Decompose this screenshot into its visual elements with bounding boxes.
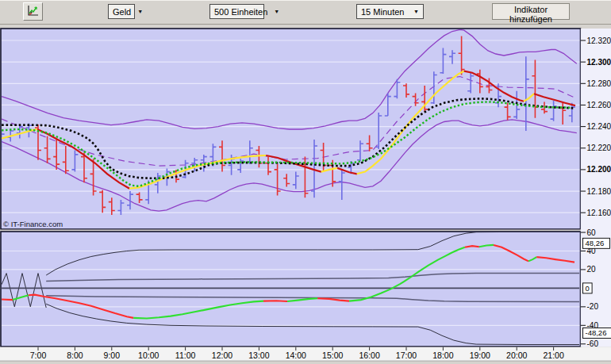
time-axis-label: 17:00 — [396, 351, 417, 360]
timeframe-dropdown[interactable]: 15 Minuten ▼ — [356, 4, 424, 19]
oscillator-red — [2, 300, 13, 301]
time-axis-label: 8:00 — [67, 351, 83, 360]
value-badge-label: 0 — [586, 284, 590, 293]
time-axis-label: 20:00 — [506, 351, 527, 360]
price-axis-label: 12.200 — [587, 165, 611, 174]
chevron-down-icon: ▼ — [267, 9, 279, 14]
price-axis-label: 12.300 — [587, 58, 611, 67]
units-dropdown[interactable]: 500 Einheiten ▼ — [209, 4, 264, 19]
time-axis-label: 9:00 — [104, 351, 121, 360]
bottom-margin — [0, 361, 611, 364]
time-axis-label: 10:00 — [138, 351, 159, 360]
timeframe-value: 15 Minuten — [361, 7, 404, 17]
time-axis-label: 16:00 — [359, 351, 379, 360]
toolbar: Geld ▼ 500 Einheiten ▼ 15 Minuten ▼ Indi… — [0, 0, 611, 25]
time-axis-label: 15:00 — [322, 351, 343, 360]
time-axis-label: 21:00 — [543, 351, 563, 360]
time-axis-label: 19:00 — [470, 351, 490, 360]
value-badge-label: 48,26 — [586, 239, 605, 247]
price-type-value: Geld — [113, 7, 131, 17]
chart-area[interactable]: © IT-Finance.com12.32012.30012.28012.260… — [0, 25, 611, 364]
price-axis-label: 12.260 — [587, 101, 611, 109]
time-axis-label: 14:00 — [286, 351, 306, 360]
time-axis-label: 18:00 — [432, 351, 453, 360]
osc-axis-label: -20 — [587, 302, 599, 311]
price-axis-label: 12.320 — [587, 36, 611, 45]
price-axis-label: 12.160 — [587, 209, 611, 217]
chevron-down-icon: ▼ — [131, 9, 143, 14]
time-axis-label: 12:00 — [212, 351, 232, 360]
time-axis-label: 13:00 — [248, 351, 269, 360]
watermark: © IT-Finance.com — [3, 220, 63, 228]
time-axis-label: 11:00 — [175, 351, 196, 360]
oscillator-red — [263, 301, 287, 301]
osc-axis-label: 60 — [587, 228, 597, 237]
price-axis-label: 12.280 — [587, 79, 611, 88]
price-axis-label: 12.180 — [587, 187, 611, 196]
units-value: 500 Einheiten — [214, 7, 267, 17]
price-axis-label: 12.240 — [587, 122, 611, 131]
value-badge-label: -48,26 — [586, 328, 607, 337]
chart-settings-button[interactable] — [23, 2, 43, 21]
osc-axis-label: 20 — [587, 265, 597, 274]
time-axis-label: 7:00 — [30, 351, 47, 360]
chart-indicator-icon — [26, 4, 40, 17]
price-axis-label: 12.220 — [587, 144, 611, 152]
add-indicator-button[interactable]: Indikator hinzufügen — [492, 3, 570, 20]
price-type-dropdown[interactable]: Geld ▼ — [108, 4, 135, 19]
chart-canvas[interactable]: © IT-Finance.com12.32012.30012.28012.260… — [0, 25, 611, 364]
chevron-down-icon: ▼ — [407, 9, 419, 14]
oscillator-panel[interactable] — [1, 232, 581, 347]
trading-app: Geld ▼ 500 Einheiten ▼ 15 Minuten ▼ Indi… — [0, 0, 611, 364]
